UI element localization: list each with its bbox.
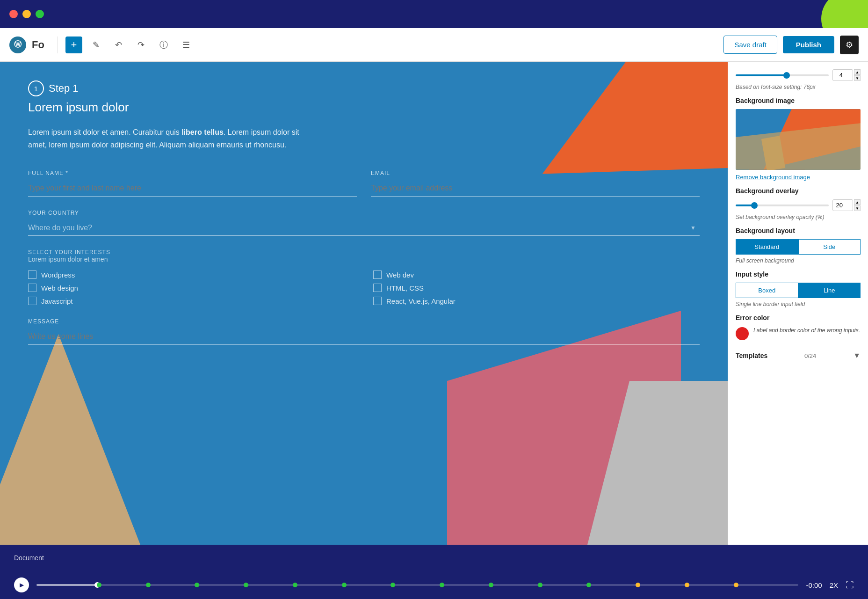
- document-label: Document: [14, 554, 44, 562]
- country-select[interactable]: Where do you live?: [28, 220, 700, 236]
- bottom-toolbar: Document: [0, 545, 868, 571]
- slider-fill: [736, 74, 787, 76]
- checkbox-box-wordpress[interactable]: [28, 270, 36, 279]
- overlay-increment[interactable]: ▲: [854, 199, 861, 205]
- layout-standard-button[interactable]: Standard: [736, 239, 798, 255]
- interests-title: SELECT YOUR INTERESTS: [28, 249, 700, 256]
- templates-count: 0/24: [804, 352, 816, 359]
- checkbox-box-webdesign[interactable]: [28, 284, 36, 292]
- form-row-name-email: FULL NAME * EMAIL: [28, 170, 700, 197]
- mac-close-dot[interactable]: [9, 10, 18, 18]
- required-marker: *: [65, 170, 68, 176]
- add-block-button[interactable]: +: [65, 37, 82, 53]
- bg-overlay-label: Background overlay: [736, 187, 861, 195]
- step-number-circle: 1: [28, 80, 44, 96]
- step-title: Step 1: [49, 82, 79, 95]
- video-progress-bar[interactable]: [36, 584, 798, 586]
- message-label: MESSAGE: [28, 318, 700, 325]
- input-style-boxed-button[interactable]: Boxed: [736, 283, 798, 298]
- video-time: -0:00: [806, 581, 822, 589]
- video-speed[interactable]: 2X: [830, 581, 838, 589]
- checkbox-box-htmlcss[interactable]: [373, 284, 382, 292]
- font-size-input[interactable]: [832, 69, 853, 81]
- wp-logo-icon[interactable]: Ⓦ: [9, 37, 26, 53]
- progress-dots: [36, 583, 798, 587]
- checkbox-label-javascript: Javascript: [41, 297, 73, 305]
- progress-dot-1: [97, 583, 101, 587]
- layout-side-button[interactable]: Side: [798, 239, 861, 255]
- bg-overlay-row: ▲ ▼: [736, 199, 861, 211]
- checkbox-label-htmlcss: HTML, CSS: [386, 284, 424, 292]
- error-color-label: Error color: [736, 314, 861, 321]
- checkbox-box-vue[interactable]: [373, 297, 382, 305]
- overlay-thumb[interactable]: [751, 202, 758, 209]
- mac-titlebar: [0, 0, 868, 28]
- email-label: EMAIL: [371, 170, 700, 176]
- bg-image-preview[interactable]: [736, 109, 861, 170]
- mac-minimize-dot[interactable]: [22, 10, 31, 18]
- checkbox-vue[interactable]: React, Vue.js, Angular: [373, 297, 700, 305]
- overlay-value-input[interactable]: [832, 199, 853, 211]
- error-color-swatch[interactable]: [736, 327, 749, 340]
- right-panel: ▲ ▼ Based on font-size setting: 76px Bac…: [728, 62, 868, 545]
- save-draft-button[interactable]: Save draft: [723, 36, 777, 54]
- checkbox-box-javascript[interactable]: [28, 297, 36, 305]
- fullscreen-button[interactable]: ⛶: [846, 580, 854, 590]
- progress-dot-11: [586, 583, 591, 587]
- publish-button[interactable]: Publish: [783, 36, 834, 53]
- site-name: Fo: [32, 39, 44, 51]
- full-name-input[interactable]: [28, 180, 357, 197]
- play-button[interactable]: ▶: [14, 577, 29, 592]
- progress-dot-8: [440, 583, 444, 587]
- checkbox-label-webdesign: Web design: [41, 284, 78, 292]
- checkboxes-grid: Wordpress Web dev Web design HTML, CSS: [28, 270, 700, 305]
- step-subtitle: Lorem ipsum dolor: [28, 100, 700, 115]
- country-label: YOUR COUNTRY: [28, 210, 700, 216]
- font-size-increment[interactable]: ▲: [854, 69, 861, 75]
- templates-row[interactable]: Templates 0/24 ▼: [736, 347, 861, 365]
- video-player-bar: ▶ -0:00 2X ⛶: [0, 571, 868, 599]
- country-field: YOUR COUNTRY Where do you live? ▼: [28, 210, 700, 236]
- checkbox-javascript[interactable]: Javascript: [28, 297, 354, 305]
- input-style-line-button[interactable]: Line: [798, 283, 861, 298]
- input-style-label: Input style: [736, 270, 861, 278]
- remove-bg-link[interactable]: Remove background image: [736, 174, 861, 181]
- checkbox-htmlcss[interactable]: HTML, CSS: [373, 284, 700, 292]
- slider-thumb[interactable]: [783, 72, 790, 79]
- checkbox-webdev[interactable]: Web dev: [373, 270, 700, 279]
- settings-button[interactable]: ⚙: [840, 36, 859, 54]
- message-input[interactable]: [28, 329, 700, 345]
- font-size-decrement[interactable]: ▼: [854, 75, 861, 81]
- font-size-slider-track[interactable]: [736, 74, 829, 76]
- info-button[interactable]: ⓘ: [155, 37, 172, 53]
- select-arrow-icon: ▼: [690, 225, 696, 231]
- canvas-area: 1 Step 1 Lorem ipsum dolor Lorem ipsum s…: [0, 62, 728, 545]
- overlay-decrement[interactable]: ▼: [854, 205, 861, 211]
- font-size-slider-row: ▲ ▼: [736, 69, 861, 81]
- list-view-button[interactable]: ☰: [178, 37, 195, 53]
- step-header: 1 Step 1: [28, 80, 700, 96]
- layout-hint: Full screen background: [736, 257, 861, 264]
- mac-maximize-dot[interactable]: [36, 10, 44, 18]
- error-color-hint: Label and border color of the wrong inpu…: [753, 326, 860, 335]
- edit-mode-button[interactable]: ✎: [88, 37, 105, 53]
- overlay-slider-track[interactable]: [736, 205, 829, 206]
- wp-toolbar: Ⓦ Fo + ✎ ↶ ↷ ⓘ ☰ Save draft Publish ⚙: [0, 28, 868, 62]
- full-name-field: FULL NAME *: [28, 170, 357, 197]
- checkbox-webdesign[interactable]: Web design: [28, 284, 354, 292]
- bg-image-label: Background image: [736, 97, 861, 104]
- checkbox-box-webdev[interactable]: [373, 270, 382, 279]
- overlay-hint: Set background overlay opacity (%): [736, 214, 861, 220]
- email-input[interactable]: [371, 180, 700, 197]
- progress-dot-5: [293, 583, 297, 587]
- font-size-stepper: ▲ ▼: [854, 69, 861, 81]
- interests-section: SELECT YOUR INTERESTS Lorem ipsum dolor …: [28, 249, 700, 305]
- progress-dot-13: [685, 583, 689, 587]
- undo-button[interactable]: ↶: [110, 37, 127, 53]
- toolbar-right: Save draft Publish ⚙: [723, 36, 859, 54]
- checkbox-wordpress[interactable]: Wordpress: [28, 270, 354, 279]
- templates-chevron-icon[interactable]: ▼: [853, 351, 861, 360]
- redo-button[interactable]: ↷: [133, 37, 150, 53]
- step-description: Lorem ipsum sit dolor et amen. Curabitur…: [28, 126, 318, 151]
- templates-label: Templates: [736, 352, 767, 359]
